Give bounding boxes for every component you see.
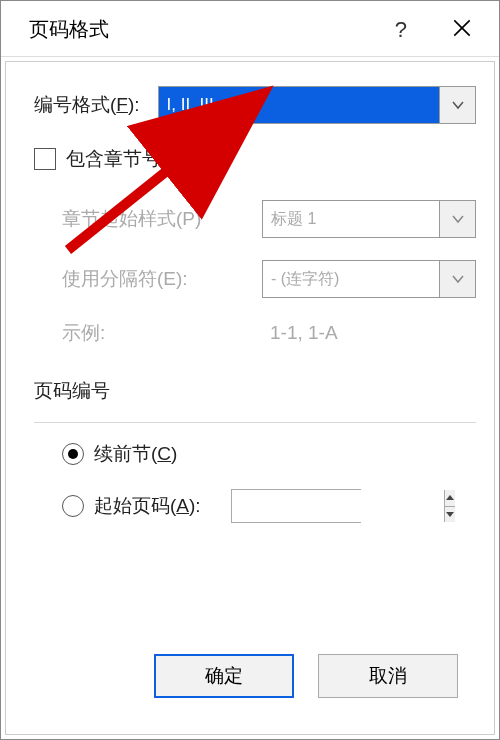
titlebar-controls: ? bbox=[395, 13, 481, 46]
page-number-format-dialog: 页码格式 ? 编号格式(F): I, II, III, ... 包含章节 bbox=[0, 0, 500, 740]
triangle-up-icon bbox=[445, 494, 455, 501]
separator-label: 使用分隔符(E): bbox=[62, 266, 252, 292]
continue-previous-radio[interactable] bbox=[62, 443, 84, 465]
example-row: 示例: 1-1, 1-A bbox=[62, 320, 476, 346]
cancel-button[interactable]: 取消 bbox=[318, 654, 458, 698]
include-chapter-row: 包含章节号(N) bbox=[34, 146, 476, 172]
chevron-down-icon bbox=[439, 87, 475, 123]
chapter-start-style-label: 章节起始样式(P) bbox=[62, 206, 252, 232]
ok-button[interactable]: 确定 bbox=[154, 654, 294, 698]
page-numbering-header: 页码编号 bbox=[34, 378, 476, 404]
close-icon bbox=[451, 17, 473, 39]
separator-value: - (连字符) bbox=[263, 261, 439, 297]
continue-previous-label: 续前节(C) bbox=[94, 441, 177, 467]
start-at-label: 起始页码(A): bbox=[94, 493, 201, 519]
start-at-input[interactable] bbox=[232, 490, 444, 522]
dialog-content: 编号格式(F): I, II, III, ... 包含章节号(N) 章节起始样式… bbox=[5, 61, 495, 735]
number-format-combo[interactable]: I, II, III, ... bbox=[158, 86, 476, 124]
spinner-buttons bbox=[444, 490, 455, 522]
continue-previous-row: 续前节(C) bbox=[62, 441, 476, 467]
example-label: 示例: bbox=[62, 320, 252, 346]
chapter-options: 章节起始样式(P) 标题 1 使用分隔符(E): - (连字符) bbox=[62, 200, 476, 368]
help-button[interactable]: ? bbox=[395, 17, 407, 43]
spinner-up-button[interactable] bbox=[445, 490, 455, 507]
separator-combo[interactable]: - (连字符) bbox=[262, 260, 476, 298]
start-at-radio[interactable] bbox=[62, 495, 84, 517]
chapter-start-style-row: 章节起始样式(P) 标题 1 bbox=[62, 200, 476, 238]
chapter-start-style-combo[interactable]: 标题 1 bbox=[262, 200, 476, 238]
divider bbox=[34, 422, 476, 423]
chevron-down-icon bbox=[439, 201, 475, 237]
start-at-spinner[interactable] bbox=[231, 489, 361, 523]
radio-dot-icon bbox=[68, 449, 78, 459]
include-chapter-checkbox[interactable] bbox=[34, 148, 56, 170]
chevron-down-icon bbox=[439, 261, 475, 297]
number-format-label: 编号格式(F): bbox=[34, 92, 140, 118]
chapter-start-style-value: 标题 1 bbox=[263, 201, 439, 237]
close-button[interactable] bbox=[443, 13, 481, 46]
titlebar: 页码格式 ? bbox=[1, 1, 499, 57]
svg-marker-3 bbox=[446, 512, 454, 517]
dialog-footer: 确定 取消 bbox=[34, 640, 476, 716]
triangle-down-icon bbox=[445, 511, 455, 518]
include-chapter-label: 包含章节号(N) bbox=[66, 146, 187, 172]
number-format-selected: I, II, III, ... bbox=[159, 87, 439, 123]
start-at-row: 起始页码(A): bbox=[62, 489, 476, 523]
svg-marker-2 bbox=[446, 495, 454, 500]
separator-row: 使用分隔符(E): - (连字符) bbox=[62, 260, 476, 298]
number-format-row: 编号格式(F): I, II, III, ... bbox=[34, 86, 476, 124]
dialog-title: 页码格式 bbox=[29, 16, 109, 43]
spinner-down-button[interactable] bbox=[445, 507, 455, 523]
example-value: 1-1, 1-A bbox=[262, 322, 476, 344]
page-numbering-section: 页码编号 续前节(C) 起始页码(A): bbox=[34, 378, 476, 545]
